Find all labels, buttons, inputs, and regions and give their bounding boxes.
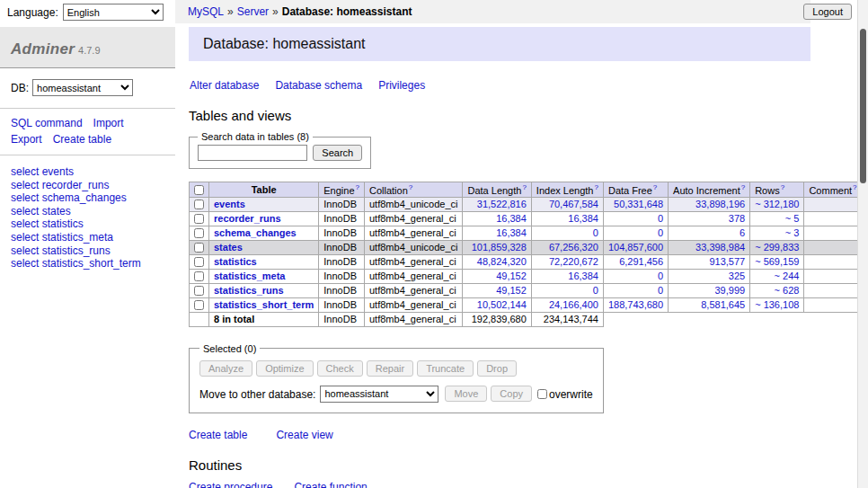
cell-auto-increment[interactable]: 6 bbox=[740, 227, 745, 238]
cell-auto-increment[interactable]: 378 bbox=[729, 213, 745, 224]
sidebar-link-import[interactable]: Import bbox=[93, 117, 124, 129]
cell-rows[interactable]: ~ 3 bbox=[785, 227, 800, 238]
cell-rows[interactable]: ~ 136,108 bbox=[755, 299, 799, 310]
cell-data-free[interactable]: 0 bbox=[658, 271, 663, 281]
cell-data-free[interactable]: 188,743,680 bbox=[608, 299, 663, 310]
cell-rows[interactable]: ~ 5 bbox=[785, 213, 800, 224]
move-db-select[interactable]: homeassistant bbox=[320, 386, 438, 403]
table-name-link[interactable]: events bbox=[214, 199, 245, 209]
cell-auto-increment[interactable]: 39,999 bbox=[715, 285, 746, 296]
overwrite-checkbox[interactable] bbox=[537, 389, 547, 399]
sidebar-table-link[interactable]: select schema_changes bbox=[11, 191, 164, 205]
cell-rows[interactable]: ~ 569,159 bbox=[755, 256, 799, 267]
sidebar-table-link[interactable]: select recorder_runs bbox=[11, 179, 164, 192]
bulk-optimize-button[interactable]: Optimize bbox=[256, 360, 313, 377]
column-help-link[interactable]: ? bbox=[594, 183, 598, 191]
sidebar-link-export[interactable]: Export bbox=[11, 133, 42, 146]
cell-data-free[interactable]: 6,291,456 bbox=[619, 256, 663, 267]
cell-data-free[interactable]: 0 bbox=[658, 227, 663, 238]
column-help-link[interactable]: ? bbox=[356, 183, 359, 191]
row-checkbox[interactable] bbox=[194, 286, 204, 296]
sidebar-table-link[interactable]: select statistics_meta bbox=[11, 231, 164, 244]
cell-auto-increment[interactable]: 913,577 bbox=[709, 256, 745, 267]
cell-auto-increment[interactable]: 8,581,645 bbox=[701, 299, 745, 310]
cell-data-free[interactable]: 104,857,600 bbox=[608, 242, 663, 253]
cell-index-length[interactable]: 24,166,400 bbox=[549, 299, 598, 310]
column-help-link[interactable]: ? bbox=[653, 183, 657, 191]
sidebar-table-link[interactable]: select events bbox=[11, 165, 164, 179]
cell-data-length[interactable]: 31,522,816 bbox=[477, 199, 527, 209]
sidebar-table-link[interactable]: select statistics bbox=[11, 217, 164, 231]
row-checkbox[interactable] bbox=[194, 257, 204, 267]
cell-data-length[interactable]: 49,152 bbox=[496, 285, 527, 296]
row-checkbox[interactable] bbox=[194, 243, 204, 253]
table-name-link[interactable]: statistics_short_term bbox=[214, 299, 314, 310]
bulk-repair-button[interactable]: Repair bbox=[367, 360, 413, 377]
bulk-drop-button[interactable]: Drop bbox=[477, 360, 517, 377]
row-checkbox[interactable] bbox=[194, 228, 204, 238]
cell-rows[interactable]: ~ 244 bbox=[775, 271, 800, 281]
search-button[interactable]: Search bbox=[313, 145, 362, 161]
cell-data-length[interactable]: 16,384 bbox=[496, 213, 527, 224]
cell-data-free[interactable]: 0 bbox=[658, 213, 663, 224]
cell-rows[interactable]: ~ 628 bbox=[775, 285, 800, 296]
cell-data-length[interactable]: 10,502,144 bbox=[477, 299, 527, 310]
cell-data-length[interactable]: 49,152 bbox=[496, 271, 527, 281]
sidebar-link-sql-command[interactable]: SQL command bbox=[11, 117, 83, 129]
table-name-link[interactable]: statistics_runs bbox=[214, 285, 284, 296]
language-select[interactable]: English bbox=[63, 4, 164, 21]
cell-auto-increment[interactable]: 325 bbox=[729, 271, 745, 281]
row-checkbox[interactable] bbox=[194, 200, 204, 209]
scrollbar-thumb[interactable] bbox=[860, 29, 866, 183]
cell-index-length[interactable]: 16,384 bbox=[568, 271, 598, 281]
cell-rows[interactable]: ~ 299,833 bbox=[755, 242, 799, 253]
cell-index-length[interactable]: 72,220,672 bbox=[549, 256, 598, 267]
bulk-truncate-button[interactable]: Truncate bbox=[417, 360, 474, 377]
cell-auto-increment[interactable]: 33,898,196 bbox=[695, 199, 745, 209]
create-procedure-link[interactable]: Create procedure bbox=[189, 481, 272, 488]
logout-button[interactable]: Logout bbox=[803, 4, 852, 20]
column-help-link[interactable]: ? bbox=[409, 183, 412, 191]
column-help-link[interactable]: ? bbox=[781, 183, 784, 191]
breadcrumb-link-mysql[interactable]: MySQL bbox=[188, 5, 224, 18]
sidebar-table-link[interactable]: select statistics_short_term bbox=[11, 257, 164, 271]
create-function-link[interactable]: Create function bbox=[294, 481, 367, 488]
column-help-link[interactable]: ? bbox=[741, 183, 745, 191]
db-link-database-schema[interactable]: Database schema bbox=[275, 79, 362, 92]
sidebar-table-link[interactable]: select states bbox=[11, 205, 164, 218]
bulk-analyze-button[interactable]: Analyze bbox=[199, 360, 252, 377]
column-help-link[interactable]: ? bbox=[522, 183, 526, 191]
cell-index-length[interactable]: 67,256,320 bbox=[549, 242, 598, 253]
cell-data-length[interactable]: 16,384 bbox=[496, 227, 527, 238]
row-checkbox[interactable] bbox=[194, 271, 204, 281]
row-checkbox[interactable] bbox=[194, 214, 204, 224]
table-name-link[interactable]: schema_changes bbox=[214, 227, 297, 238]
create-table-link[interactable]: Create table bbox=[189, 429, 247, 441]
vertical-scrollbar[interactable] bbox=[857, 0, 868, 488]
column-help-link[interactable]: ? bbox=[853, 183, 856, 191]
cell-rows[interactable]: ~ 312,180 bbox=[755, 199, 799, 209]
cell-data-free[interactable]: 0 bbox=[658, 285, 663, 296]
db-link-alter-database[interactable]: Alter database bbox=[190, 79, 259, 92]
table-name-link[interactable]: statistics bbox=[214, 256, 257, 267]
table-name-link[interactable]: states bbox=[214, 242, 243, 253]
cell-data-length[interactable]: 48,824,320 bbox=[477, 256, 527, 267]
db-select[interactable]: homeassistant bbox=[32, 79, 133, 96]
move-button[interactable]: Move bbox=[445, 386, 487, 402]
table-name-link[interactable]: recorder_runs bbox=[214, 213, 281, 224]
cell-index-length[interactable]: 0 bbox=[593, 227, 598, 238]
cell-auto-increment[interactable]: 33,398,984 bbox=[695, 242, 745, 253]
row-checkbox[interactable] bbox=[194, 300, 204, 310]
bulk-check-button[interactable]: Check bbox=[317, 360, 363, 377]
sidebar-link-create-table[interactable]: Create table bbox=[53, 133, 111, 146]
sidebar-table-link[interactable]: select statistics_runs bbox=[11, 244, 164, 258]
copy-button[interactable]: Copy bbox=[491, 386, 532, 402]
table-name-link[interactable]: statistics_meta bbox=[214, 271, 286, 281]
create-view-link[interactable]: Create view bbox=[276, 429, 332, 441]
cell-data-free[interactable]: 50,331,648 bbox=[614, 199, 663, 209]
select-all-checkbox[interactable] bbox=[194, 185, 204, 195]
cell-data-length[interactable]: 101,859,328 bbox=[472, 242, 527, 253]
cell-index-length[interactable]: 16,384 bbox=[568, 213, 598, 224]
cell-index-length[interactable]: 0 bbox=[593, 285, 598, 296]
search-input[interactable] bbox=[198, 145, 307, 161]
